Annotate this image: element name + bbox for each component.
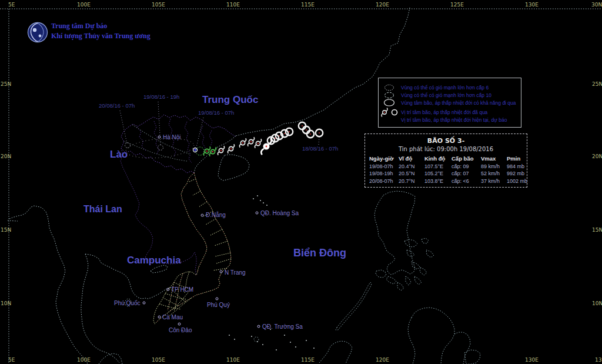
spratly-island-dot: [284, 335, 285, 336]
position-center-dot: [284, 133, 285, 134]
spratly-island-dot: [290, 342, 291, 343]
storm-col-header: Vĩ độ: [399, 155, 424, 163]
legend-box: Vùng có thể có gió mạnh lớn hơn cấp 6 Vù…: [378, 78, 521, 128]
country-label: Trung Quốc: [202, 94, 258, 105]
coast-thai-peninsula-east: [81, 254, 119, 363]
storm-arm: [261, 149, 264, 155]
city-marker: [143, 302, 145, 304]
legend-row: Vùng có thể có gió mạnh lớn hơn cấp 10: [379, 91, 521, 99]
island-luzon: [374, 191, 415, 275]
date-leader-line: [158, 102, 160, 146]
storm-col-header: Cấp bão: [452, 155, 481, 163]
storm-track: [125, 122, 323, 161]
position-center-dot: [220, 150, 222, 151]
track-date-label: 19/08/16 - 19h: [143, 93, 179, 100]
grid-label-right: 15N: [592, 227, 602, 233]
paracel-island-dot: [263, 202, 264, 203]
storm-cell: 19/08-19h: [369, 170, 399, 178]
storm-cell: 20.7°N: [399, 178, 424, 185]
paracel-island-dot: [257, 195, 258, 196]
island-visaya1: [422, 238, 429, 243]
province-line-6: [209, 131, 212, 146]
city-label: Đ.Nẵng: [206, 211, 226, 218]
storm-table-row: 19/08-19h20.5°N105.2°Ecấp: 0752 km/h992 …: [365, 170, 527, 178]
border-laos-vietnam-north: [121, 148, 194, 173]
position-center-dot: [319, 132, 320, 133]
spratly-island-dot: [306, 340, 307, 341]
island-mindanao-sw: [408, 318, 415, 364]
country-label: Thái Lan: [83, 204, 122, 214]
province-tick: [170, 272, 196, 288]
spratly-island-dot: [257, 341, 258, 342]
grid-label-left: 20N: [1, 153, 11, 159]
border-laos-vietnam-red: [181, 173, 207, 275]
spratly-island-dot: [276, 349, 277, 350]
country-labels: Trung QuốcLàoThái LanCampuchiaBiển Đông: [83, 94, 346, 266]
storm-cell: 20.4°N: [399, 163, 424, 171]
grid-label-bottom: 120E: [376, 357, 389, 363]
province-tick: [165, 293, 186, 299]
island-masbate: [412, 262, 420, 269]
position-center-dot: [289, 131, 290, 132]
position-center-dot: [206, 151, 208, 152]
position-center-dot: [250, 141, 252, 142]
province-tick: [215, 253, 230, 256]
position-center-dot: [310, 133, 311, 135]
legend-label: Vùng có thể có gió mạnh lớn hơn cấp 10: [401, 92, 491, 98]
province-tick: [169, 298, 191, 316]
grid-label-bottom: 5E: [8, 357, 15, 363]
grid-label-left: 25N: [1, 81, 11, 87]
province-line-1: [137, 127, 146, 151]
island-cebu: [406, 276, 411, 285]
legend-label: Vị trí tâm bão, áp thấp nhiệt đới hiện t…: [401, 117, 507, 123]
grid-label-top: 130E: [525, 2, 539, 8]
city-marker: [216, 298, 218, 300]
province-line-5: [200, 126, 205, 152]
city-label: N Trang: [225, 269, 246, 276]
storm-issued-time: Tin phát lúc: 09:00h 19/08/2016: [365, 146, 527, 152]
grid-label-bottom: 135E: [595, 357, 602, 363]
storm-cell: cấp: 09: [452, 163, 481, 171]
coast-borneo: [319, 341, 352, 364]
storm-cell: 89 km/h: [481, 163, 507, 171]
country-label: Biển Đông: [293, 247, 346, 259]
grid-label-bottom: 110E: [226, 357, 240, 363]
island-mindanao-east: [454, 332, 470, 364]
island-mindoro: [376, 270, 386, 278]
grid-label-right: 10N: [592, 300, 602, 306]
island-visaya3: [426, 250, 434, 258]
grid-label-left: 10N: [1, 300, 11, 306]
province-tick: [206, 219, 216, 225]
island-panay: [386, 276, 396, 284]
storm-table-row: 19/08-07h20.4°N107.5°Ecấp: 0989 km/h984 …: [365, 163, 527, 171]
country-label: Campuchia: [127, 255, 181, 266]
province-tick: [214, 241, 228, 246]
city-label: Hà Nội: [163, 134, 181, 141]
storm-center-zone-icon: [379, 99, 401, 106]
grid-label-top: 115E: [301, 2, 315, 8]
storm-col-header: Ngày-giờ: [369, 155, 399, 163]
island-hainan: [218, 155, 249, 181]
city-label: Phú Quý: [207, 302, 230, 308]
grid-label-top: 100E: [77, 2, 91, 8]
position-center-dot: [306, 129, 307, 131]
border-china-vietnam: [121, 115, 235, 148]
storm-cell: 20/08-07h: [369, 178, 399, 185]
city-labels: Hà NộiĐ.NẵngQĐ. Hoàng SaN TrangTP HCMPhú…: [114, 134, 303, 333]
city-label: Phú Quốc: [114, 300, 140, 306]
storm-col-header: Pmin: [507, 155, 527, 163]
grid-label-bottom: 115E: [301, 357, 315, 363]
border-cambodia-vietnam: [195, 252, 196, 275]
city-marker: [256, 212, 258, 214]
coast-left-notch: [8, 221, 18, 221]
position-center-dot: [302, 125, 303, 126]
forecast-position: [125, 143, 131, 148]
city-label: QĐ. Trường Sa: [262, 323, 303, 330]
island-ring: [254, 337, 259, 342]
spratly-island-dot: [313, 348, 315, 349]
legend-row: Vùng có thể có gió mạnh lớn hơn cấp 6: [379, 84, 521, 91]
country-label: Lào: [110, 149, 128, 160]
position-center-dot: [230, 148, 232, 149]
legend-label: Vị trí tâm bão, áp thấp nhiệt đới đã qua: [401, 109, 487, 115]
coast-thai-west: [9, 206, 88, 364]
